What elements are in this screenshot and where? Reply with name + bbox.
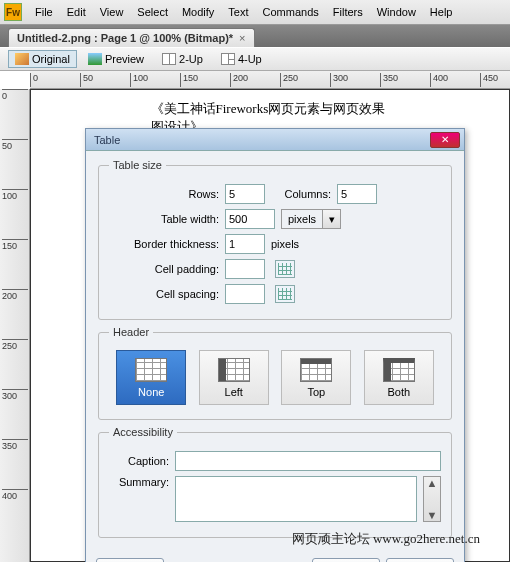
ruler-tick: 300	[330, 73, 348, 87]
close-icon[interactable]: ×	[239, 32, 245, 44]
view-4up[interactable]: 4-Up	[214, 50, 269, 68]
footer-credit: 网页顽主论坛 www.go2here.net.cn	[292, 530, 480, 548]
pencil-icon	[15, 53, 29, 65]
ruler-tick: 400	[2, 489, 28, 501]
view-mode-bar: Original Preview 2-Up 4-Up	[0, 47, 510, 71]
dialog-footer: Help OK Cancel	[86, 552, 464, 562]
cancel-button[interactable]: Cancel	[386, 558, 454, 562]
summary-textarea[interactable]	[175, 476, 417, 522]
option-label: None	[138, 386, 164, 398]
ruler-tick: 150	[2, 239, 28, 251]
grid-left-icon	[218, 358, 250, 382]
menu-filters[interactable]: Filters	[326, 3, 370, 21]
cellspacing-icon	[275, 285, 295, 303]
rows-input[interactable]	[225, 184, 265, 204]
view-label: Original	[32, 53, 70, 65]
width-unit-value: pixels	[282, 213, 322, 225]
ruler-tick: 0	[30, 73, 38, 87]
width-input[interactable]	[225, 209, 275, 229]
ruler-tick: 100	[130, 73, 148, 87]
width-label: Table width:	[109, 213, 219, 225]
group-label: Table size	[109, 159, 166, 171]
dialog-close-button[interactable]: ✕	[430, 132, 460, 148]
grid-both-icon	[383, 358, 415, 382]
option-label: Both	[387, 386, 410, 398]
view-label: 2-Up	[179, 53, 203, 65]
ok-button[interactable]: OK	[312, 558, 380, 562]
width-unit-select[interactable]: pixels ▾	[281, 209, 341, 229]
border-unit: pixels	[271, 238, 299, 250]
grid-top-icon	[300, 358, 332, 382]
header-top-option[interactable]: Top	[281, 350, 351, 405]
menu-commands[interactable]: Commands	[256, 3, 326, 21]
view-preview[interactable]: Preview	[81, 50, 151, 68]
horizontal-ruler: 0 50 100 150 200 250 300 350 400 450	[30, 71, 510, 89]
grid-icon	[135, 358, 167, 382]
header-none-option[interactable]: None	[116, 350, 186, 405]
menu-select[interactable]: Select	[130, 3, 175, 21]
ruler-tick: 50	[2, 139, 28, 151]
view-2up[interactable]: 2-Up	[155, 50, 210, 68]
header-left-option[interactable]: Left	[199, 350, 269, 405]
dialog-title: Table	[94, 134, 120, 146]
dialog-body: Table size Rows: Columns: Table width: p…	[86, 151, 464, 552]
dialog-titlebar[interactable]: Table ✕	[86, 129, 464, 151]
help-button[interactable]: Help	[96, 558, 164, 562]
caption-input[interactable]	[175, 451, 441, 471]
menu-window[interactable]: Window	[370, 3, 423, 21]
cellspacing-input[interactable]	[225, 284, 265, 304]
fourup-icon	[221, 53, 235, 65]
cellspacing-label: Cell spacing:	[109, 288, 219, 300]
table-size-group: Table size Rows: Columns: Table width: p…	[98, 159, 452, 320]
ruler-tick: 250	[280, 73, 298, 87]
ruler-tick: 150	[180, 73, 198, 87]
image-icon	[88, 53, 102, 65]
document-tab[interactable]: Untitled-2.png : Page 1 @ 100% (Bitmap)*…	[8, 28, 255, 47]
table-dialog: Table ✕ Table size Rows: Columns: Table …	[85, 128, 465, 562]
scroll-up-icon[interactable]: ▲	[427, 477, 438, 489]
document-tab-bar: Untitled-2.png : Page 1 @ 100% (Bitmap)*…	[0, 25, 510, 47]
menu-text[interactable]: Text	[221, 3, 255, 21]
ruler-tick: 300	[2, 389, 28, 401]
scrollbar[interactable]: ▲▼	[423, 476, 441, 522]
cellpadding-icon	[275, 260, 295, 278]
app-icon: Fw	[4, 3, 22, 21]
view-original[interactable]: Original	[8, 50, 77, 68]
ruler-tick: 400	[430, 73, 448, 87]
ruler-tick: 350	[2, 439, 28, 451]
scroll-down-icon[interactable]: ▼	[427, 509, 438, 521]
menu-help[interactable]: Help	[423, 3, 460, 21]
group-label: Accessibility	[109, 426, 177, 438]
accessibility-group: Accessibility Caption: Summary: ▲▼	[98, 426, 452, 538]
border-input[interactable]	[225, 234, 265, 254]
view-label: Preview	[105, 53, 144, 65]
view-label: 4-Up	[238, 53, 262, 65]
document-tab-title: Untitled-2.png : Page 1 @ 100% (Bitmap)*	[17, 32, 233, 44]
menu-view[interactable]: View	[93, 3, 131, 21]
rows-label: Rows:	[109, 188, 219, 200]
cellpadding-input[interactable]	[225, 259, 265, 279]
header-group: Header None Left Top Both	[98, 326, 452, 420]
border-label: Border thickness:	[109, 238, 219, 250]
option-label: Left	[225, 386, 243, 398]
header-both-option[interactable]: Both	[364, 350, 434, 405]
menu-edit[interactable]: Edit	[60, 3, 93, 21]
ruler-tick: 200	[230, 73, 248, 87]
group-label: Header	[109, 326, 153, 338]
option-label: Top	[307, 386, 325, 398]
ruler-tick: 450	[480, 73, 498, 87]
ruler-tick: 350	[380, 73, 398, 87]
menu-bar: Fw File Edit View Select Modify Text Com…	[0, 0, 510, 25]
ruler-tick: 0	[2, 89, 28, 101]
menu-modify[interactable]: Modify	[175, 3, 221, 21]
ruler-tick: 250	[2, 339, 28, 351]
columns-input[interactable]	[337, 184, 377, 204]
menu-file[interactable]: File	[28, 3, 60, 21]
twoup-icon	[162, 53, 176, 65]
ruler-tick: 50	[80, 73, 93, 87]
caption-label: Caption:	[109, 455, 169, 467]
vertical-ruler: 0 50 100 150 200 250 300 350 400	[0, 89, 30, 562]
chevron-down-icon[interactable]: ▾	[322, 210, 340, 228]
ruler-tick: 100	[2, 189, 28, 201]
summary-label: Summary:	[109, 476, 169, 488]
